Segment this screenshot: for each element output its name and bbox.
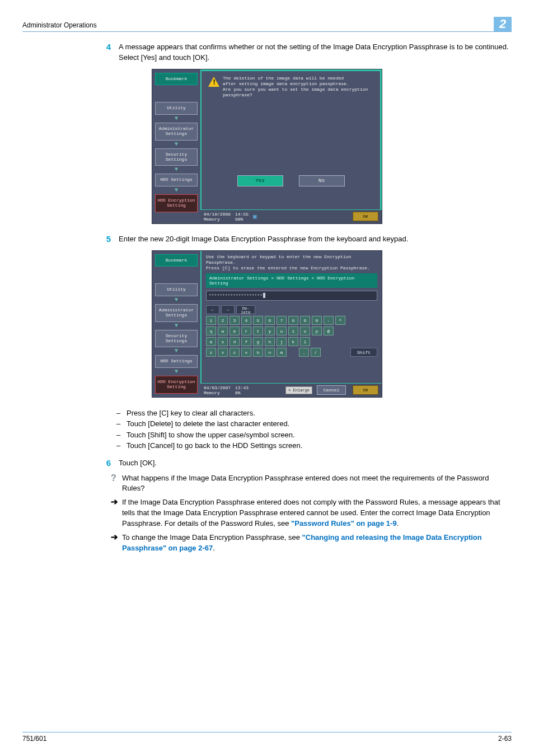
qa-answer-1: ➔ If the Image Data Encryption Passphras… xyxy=(111,497,512,529)
step-number: 4 xyxy=(90,42,119,52)
sidebar-security-settings[interactable]: Security Settings xyxy=(155,148,198,166)
key[interactable]: 8 xyxy=(288,316,298,325)
panel2-footer: 04/03/2007 Memory 13:43 0% ✎ Enlarge Can… xyxy=(200,383,382,397)
delete-key[interactable]: De- lete xyxy=(236,305,255,314)
key[interactable]: r xyxy=(241,326,251,335)
cancel-button[interactable]: Cancel xyxy=(317,385,346,395)
key[interactable]: 6 xyxy=(265,316,275,325)
key[interactable]: x xyxy=(218,348,228,357)
key[interactable]: @ xyxy=(324,326,334,335)
key[interactable]: 4 xyxy=(241,316,251,325)
key[interactable]: t xyxy=(253,326,263,335)
key[interactable]: i xyxy=(288,326,298,335)
sidebar-hdd-encryption[interactable]: HDD Encryption Setting xyxy=(155,194,198,212)
key[interactable]: m xyxy=(277,348,287,357)
footer-page-number: 2-63 xyxy=(498,735,512,743)
sidebar-utility[interactable]: Utility xyxy=(155,102,198,115)
panel1-main: The deletion of the image data will be n… xyxy=(200,69,382,209)
key[interactable]: ^ xyxy=(335,316,345,325)
key[interactable]: 7 xyxy=(277,316,287,325)
sidebar-admin-settings[interactable]: Administrator Settings xyxy=(155,304,198,322)
key[interactable]: v xyxy=(241,348,251,357)
step-text: Enter the new 20-digit Image Data Encryp… xyxy=(119,234,512,245)
key[interactable]: 2 xyxy=(218,316,228,325)
key[interactable]: . xyxy=(299,348,309,357)
key[interactable]: n xyxy=(265,348,275,357)
arrow-right-key[interactable]: → xyxy=(221,305,235,314)
key[interactable]: a xyxy=(206,337,216,346)
bookmark-button[interactable]: Bookmark xyxy=(155,254,198,267)
yes-no-row: Yes No xyxy=(206,175,376,186)
kbd-row-3: a s d f g h j k l xyxy=(206,337,377,346)
footer-time: 13:43 0% xyxy=(235,385,249,395)
key[interactable]: s xyxy=(218,337,228,346)
key[interactable]: b xyxy=(253,348,263,357)
key[interactable]: y xyxy=(265,326,275,335)
list-item: Touch [Cancel] to go back to the HDD Set… xyxy=(111,440,512,451)
link-password-rules[interactable]: "Password Rules" on page 1-9 xyxy=(291,519,397,528)
key[interactable]: 9 xyxy=(300,316,310,325)
key[interactable]: d xyxy=(229,337,240,346)
list-item: Touch [Shift] to show the upper case/sym… xyxy=(111,430,512,441)
key[interactable]: 1 xyxy=(206,316,216,325)
sidebar-hdd-settings[interactable]: HDD Settings xyxy=(155,174,198,186)
key[interactable]: k xyxy=(288,337,298,346)
key[interactable]: h xyxy=(265,337,275,346)
instruction-text: Use the keyboard or keypad to enter the … xyxy=(206,254,377,271)
key[interactable]: - xyxy=(324,316,334,325)
key[interactable]: g xyxy=(253,337,263,346)
key[interactable]: f xyxy=(241,337,251,346)
step5-notes: Press the [C] key to clear all character… xyxy=(111,408,512,451)
page-footer: 751/601 2-63 xyxy=(22,732,512,743)
passphrase-input[interactable]: ******************** xyxy=(206,291,377,301)
key[interactable]: z xyxy=(206,348,216,357)
key[interactable]: u xyxy=(277,326,287,335)
breadcrumb: Administrator Settings > HDD Settings > … xyxy=(206,273,377,288)
qa-block: ? What happens if the Image Data Encrypt… xyxy=(111,473,512,554)
question-icon: ? xyxy=(111,473,122,483)
warning-row: The deletion of the image data will be n… xyxy=(206,74,376,102)
key[interactable]: 0 xyxy=(312,316,322,325)
page-header: Administrator Operations 2 xyxy=(22,17,512,32)
key[interactable]: l xyxy=(300,337,310,346)
sidebar-hdd-encryption[interactable]: HDD Encryption Setting xyxy=(155,376,198,394)
chapter-number-badge: 2 xyxy=(494,17,512,31)
sidebar-security-settings[interactable]: Security Settings xyxy=(155,330,198,348)
panel2-sidebar: Bookmark Utility ▼ Administrator Setting… xyxy=(152,251,200,397)
footer-date-value: 04/03/2007 xyxy=(204,385,231,390)
mfp-panel-keyboard: Bookmark Utility ▼ Administrator Setting… xyxy=(152,250,382,398)
warning-icon xyxy=(208,77,219,87)
step-text: A message appears that confirms whether … xyxy=(119,42,512,63)
yes-button[interactable]: Yes xyxy=(237,175,283,186)
key[interactable]: 5 xyxy=(253,316,263,325)
sidebar-utility[interactable]: Utility xyxy=(155,283,198,296)
footer-date: 04/19/2008 Memory xyxy=(204,212,231,222)
arrow-right-icon: ➔ xyxy=(111,533,122,542)
footer-date-value: 04/19/2008 xyxy=(204,212,231,217)
key[interactable]: c xyxy=(229,348,240,357)
key[interactable]: q xyxy=(206,326,216,335)
no-button[interactable]: No xyxy=(299,175,345,186)
key[interactable]: p xyxy=(312,326,322,335)
key[interactable]: j xyxy=(277,337,287,346)
bookmark-button[interactable]: Bookmark xyxy=(155,73,198,86)
kbd-row-2: q w e r t y u i o p xyxy=(206,326,377,335)
key[interactable]: 3 xyxy=(229,316,240,325)
panel1-footer: 04/19/2008 Memory 14:55 90% ▣ OK xyxy=(200,209,382,223)
key[interactable]: / xyxy=(311,348,321,357)
kbd-row-4: z x c v b n m . / S xyxy=(206,348,377,357)
sidebar-hdd-settings[interactable]: HDD Settings xyxy=(155,355,198,368)
key[interactable]: o xyxy=(300,326,310,335)
ok-button[interactable]: OK xyxy=(353,212,378,221)
passphrase-value: ******************** xyxy=(209,293,263,298)
key[interactable]: w xyxy=(218,326,228,335)
qa-answer-text: To change the Image Data Encryption Pass… xyxy=(122,533,512,554)
sidebar-admin-settings[interactable]: Administrator Settings xyxy=(155,123,198,141)
ok-button[interactable]: OK xyxy=(353,385,378,395)
enlarge-button[interactable]: ✎ Enlarge xyxy=(285,386,312,394)
header-title: Administrator Operations xyxy=(22,21,97,31)
list-item: Press the [C] key to clear all character… xyxy=(111,408,512,419)
arrow-left-key[interactable]: ← xyxy=(206,305,219,314)
key[interactable]: e xyxy=(229,326,240,335)
shift-key[interactable]: Shift xyxy=(350,348,377,357)
